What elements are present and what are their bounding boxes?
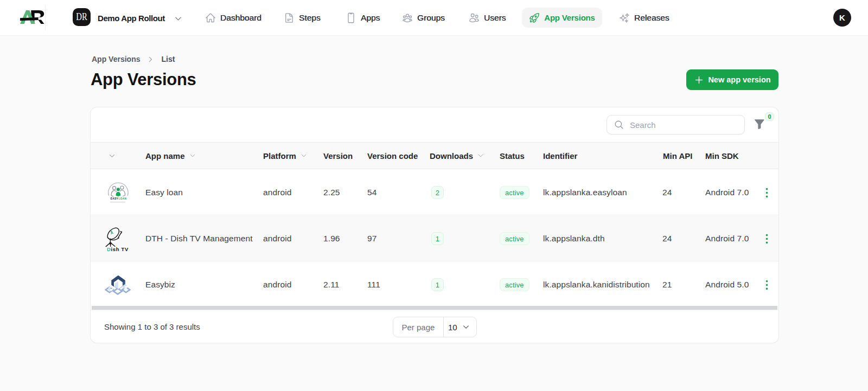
svg-text:Dish TV: Dish TV — [107, 246, 129, 252]
svg-text:LOAN: LOAN — [119, 197, 127, 200]
svg-text:EASY: EASY — [111, 197, 119, 200]
